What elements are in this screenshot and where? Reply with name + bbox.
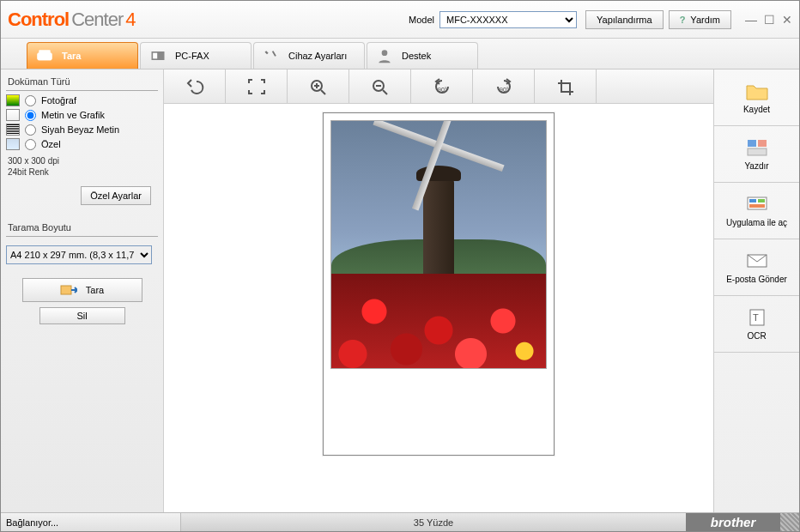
minimize-button[interactable]: — bbox=[745, 13, 757, 27]
zoom-out-icon bbox=[371, 78, 390, 95]
svg-rect-12 bbox=[748, 148, 767, 155]
zoom-out-button[interactable] bbox=[349, 70, 411, 103]
preview-toolbar: 90° 90° bbox=[164, 70, 713, 104]
doctype-textgraphic[interactable]: Metin ve Grafik bbox=[6, 109, 158, 121]
toolbar-rest bbox=[597, 70, 713, 103]
svg-text:90°: 90° bbox=[500, 87, 509, 93]
rotate-cw-icon: 90° bbox=[493, 78, 515, 95]
tab-scan-label: Tara bbox=[62, 51, 81, 61]
svg-rect-3 bbox=[153, 53, 157, 59]
svg-rect-15 bbox=[758, 199, 765, 203]
tab-scan[interactable]: Tara bbox=[27, 42, 138, 69]
action-ocr[interactable]: T OCR bbox=[714, 296, 799, 353]
action-open-app-label: Uygulama ile aç bbox=[726, 218, 787, 227]
svg-rect-10 bbox=[748, 140, 756, 147]
view-area: 90° 90° bbox=[164, 70, 713, 512]
logo-word-1: Control bbox=[8, 9, 69, 30]
tools-icon bbox=[263, 48, 280, 63]
left-panel: Doküman Türü Fotoğraf Metin ve Grafik Si… bbox=[1, 70, 164, 512]
tab-support-label: Destek bbox=[402, 51, 431, 61]
person-icon bbox=[376, 48, 393, 63]
open-app-icon bbox=[745, 194, 769, 215]
logo-word-3: 4 bbox=[125, 9, 135, 30]
bw-icon bbox=[6, 124, 20, 136]
svg-rect-16 bbox=[749, 204, 765, 208]
maximize-button[interactable]: ☐ bbox=[764, 13, 775, 27]
tab-support[interactable]: Destek bbox=[367, 42, 478, 69]
action-print[interactable]: Yazdır bbox=[714, 126, 799, 183]
action-save[interactable]: Kaydet bbox=[714, 70, 799, 126]
scan-button[interactable]: Tara bbox=[22, 278, 142, 302]
folder-icon bbox=[745, 81, 769, 101]
undo-button[interactable] bbox=[164, 70, 226, 103]
scanned-photo bbox=[330, 120, 547, 369]
preview-canvas[interactable] bbox=[164, 104, 713, 512]
logo-word-2: Center bbox=[71, 9, 123, 30]
tab-pcfax[interactable]: PC-FAX bbox=[140, 42, 252, 69]
model-label: Model bbox=[409, 15, 434, 25]
help-button-label: Yardım bbox=[690, 15, 720, 25]
rotate-cw-button[interactable]: 90° bbox=[473, 70, 535, 103]
fit-button[interactable] bbox=[226, 70, 288, 103]
zoom-in-icon bbox=[309, 78, 328, 95]
zoom-in-button[interactable] bbox=[288, 70, 349, 103]
rotate-ccw-icon: 90° bbox=[431, 78, 453, 95]
doctype-title: Doküman Türü bbox=[6, 73, 158, 91]
fax-icon bbox=[149, 48, 167, 63]
svg-rect-14 bbox=[749, 199, 756, 203]
scan-button-label: Tara bbox=[86, 285, 104, 295]
ocr-icon: T bbox=[745, 307, 769, 328]
scan-meta: 300 x 300 dpi 24bit Renk bbox=[8, 155, 158, 178]
doctype-custom-radio[interactable] bbox=[25, 139, 36, 150]
svg-text:90°: 90° bbox=[438, 87, 447, 93]
scan-size-select[interactable]: A4 210 x 297 mm. (8,3 x 11,7 inç) bbox=[6, 245, 152, 264]
svg-text:T: T bbox=[753, 312, 759, 323]
action-ocr-label: OCR bbox=[747, 331, 766, 341]
email-icon bbox=[745, 251, 769, 271]
crop-icon bbox=[556, 78, 575, 95]
crop-button[interactable] bbox=[535, 70, 597, 103]
svg-rect-11 bbox=[758, 140, 767, 147]
doctype-custom[interactable]: Özel bbox=[6, 138, 158, 150]
svg-rect-5 bbox=[61, 286, 71, 294]
textgraphic-icon bbox=[6, 109, 20, 121]
scan-meta-dpi: 300 x 300 dpi bbox=[8, 155, 158, 166]
print-icon bbox=[745, 137, 769, 158]
custom-settings-button[interactable]: Özel Ayarlar bbox=[81, 186, 151, 205]
status-center: 35 Yüzde bbox=[181, 517, 686, 528]
resize-grip[interactable] bbox=[780, 513, 799, 531]
app-logo: ControlCenter4 bbox=[8, 9, 136, 31]
custom-icon bbox=[6, 138, 20, 150]
help-button[interactable]: ?Yardım bbox=[669, 10, 731, 29]
svg-point-4 bbox=[382, 50, 388, 56]
action-print-label: Yazdır bbox=[744, 161, 768, 171]
model-select[interactable]: MFC-XXXXXX bbox=[439, 11, 577, 28]
action-open-app[interactable]: Uygulama ile aç bbox=[714, 183, 799, 239]
rotate-ccw-button[interactable]: 90° bbox=[411, 70, 473, 103]
doctype-photo-radio[interactable] bbox=[25, 95, 36, 106]
scanned-page[interactable] bbox=[323, 112, 555, 456]
doctype-custom-label: Özel bbox=[41, 139, 61, 149]
statusbar: Bağlanıyor... 35 Yüzde brother bbox=[1, 512, 799, 531]
window-controls: — ☐ ✕ bbox=[745, 13, 792, 27]
svg-rect-1 bbox=[39, 50, 50, 54]
undo-icon bbox=[185, 78, 205, 95]
help-icon: ? bbox=[680, 15, 686, 25]
doctype-bw[interactable]: Siyah Beyaz Metin bbox=[6, 124, 158, 136]
size-title: Tarama Boyutu bbox=[6, 219, 158, 237]
tab-pcfax-label: PC-FAX bbox=[175, 51, 209, 61]
photo-icon bbox=[6, 94, 20, 106]
action-email[interactable]: E-posta Gönder bbox=[714, 239, 799, 296]
configure-button[interactable]: Yapılandırma bbox=[585, 10, 664, 29]
doctype-bw-label: Siyah Beyaz Metin bbox=[41, 124, 119, 135]
doctype-photo[interactable]: Fotoğraf bbox=[6, 94, 158, 106]
titlebar: ControlCenter4 Model MFC-XXXXXX Yapıland… bbox=[1, 1, 799, 39]
doctype-textgraphic-radio[interactable] bbox=[25, 110, 36, 121]
tab-device[interactable]: Cihaz Ayarları bbox=[253, 42, 365, 69]
doctype-textgraphic-label: Metin ve Grafik bbox=[41, 110, 105, 120]
action-email-label: E-posta Gönder bbox=[726, 275, 787, 284]
doctype-bw-radio[interactable] bbox=[25, 124, 36, 136]
close-button[interactable]: ✕ bbox=[782, 13, 792, 27]
clear-button[interactable]: Sil bbox=[39, 307, 125, 324]
doctype-photo-label: Fotoğraf bbox=[41, 95, 76, 106]
